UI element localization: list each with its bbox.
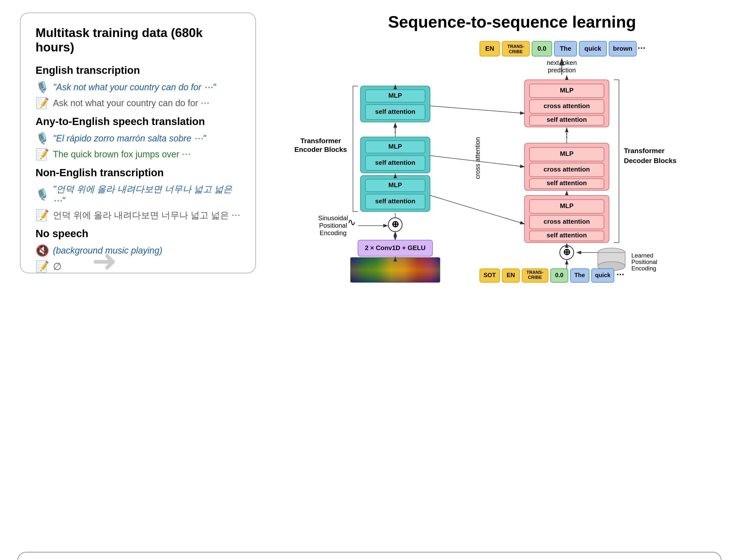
section-english: English transcription 🎙️ "Ask not what y… [35,64,240,110]
svg-text:Sinusoidal: Sinusoidal [318,214,348,222]
seq2seq-title: Sequence-to-sequence learning [276,12,739,31]
no-speech-title: No speech [35,228,240,240]
translation-title: Any-to-English speech translation [35,116,240,128]
svg-text:The: The [560,45,571,52]
svg-text:∿: ∿ [347,217,356,228]
svg-text:⊕: ⊕ [563,247,571,257]
svg-text:Positional: Positional [631,259,657,265]
svg-text:MLP: MLP [389,92,402,99]
svg-rect-103 [350,258,440,282]
english-transcript-text: Ask not what your country can do for ⋯ [53,98,209,108]
svg-text:quick: quick [595,272,611,278]
svg-text:Transformer: Transformer [624,147,664,155]
svg-text:MLP: MLP [560,87,574,94]
svg-text:MLP: MLP [560,150,574,157]
right-panel: Sequence-to-sequence learning EN TRANS- … [276,12,739,273]
svg-text:quick: quick [584,45,601,52]
svg-text:self attention: self attention [375,159,415,166]
svg-text:Positional: Positional [319,222,347,229]
svg-text:⋯: ⋯ [616,270,624,279]
svg-text:self attention: self attention [547,179,587,187]
svg-text:Encoding: Encoding [320,229,346,237]
svg-text:brown: brown [613,45,632,52]
multitask-title: Multitask training data (680k hours) [35,26,240,54]
svg-text:Log-Mel Spectrogram: Log-Mel Spectrogram [364,284,426,285]
svg-text:cross attention: cross attention [544,165,590,173]
svg-text:CRIBE: CRIBE [509,49,523,54]
spanish-audio-text: "El rápido zorro marrón salta sobre ⋯" [53,133,206,144]
svg-text:Decoder Blocks: Decoder Blocks [624,157,677,164]
svg-text:Tokens in Multitask Training F: Tokens in Multitask Training Format [499,284,601,285]
korean-audio-text: "언덕 위에 올라 내려다보면 너무나 넓고 넓은 ⋯" [53,183,240,206]
svg-text:CRIBE: CRIBE [528,275,542,280]
svg-text:0.0: 0.0 [555,272,563,278]
svg-text:MLP: MLP [389,181,402,189]
svg-text:The: The [574,272,585,278]
svg-line-106 [430,106,525,113]
svg-text:0.0: 0.0 [538,45,546,52]
svg-text:cross attention: cross attention [544,102,590,110]
korean-transcript-text: 언덕 위에 올라 내려다보면 너무나 넓고 넓은 ⋯ [53,209,240,222]
svg-text:self attention: self attention [375,108,415,115]
svg-text:SOT: SOT [483,272,496,278]
svg-text:Transformer: Transformer [300,137,341,145]
svg-text:TRANS-: TRANS- [507,44,524,49]
no-speech-empty: ∅ [53,261,62,272]
architecture-diagram: EN TRANS- CRIBE 0.0 The quick brown ⋯ [276,36,739,285]
svg-text:MLP: MLP [389,143,402,150]
svg-text:cross attention: cross attention [474,137,481,179]
english-title: English transcription [35,64,240,76]
svg-text:MLP: MLP [560,202,574,209]
non-english-title: Non-English transcription [35,167,240,179]
section-translation: Any-to-English speech translation 🎙️ "El… [35,116,240,161]
svg-text:Learned: Learned [631,252,653,259]
svg-text:Encoder Blocks: Encoder Blocks [294,146,347,153]
bottom-section: Multitask training format PRE [17,552,722,560]
svg-text:EN: EN [485,45,494,52]
svg-text:TRANS-: TRANS- [527,270,543,275]
svg-text:2 × Conv1D + GELU: 2 × Conv1D + GELU [365,244,426,252]
svg-text:cross attention: cross attention [544,218,590,225]
svg-text:⋯: ⋯ [637,43,645,52]
section-arrow: ➜ [92,244,117,278]
english-audio-text: "Ask not what your country can do for ⋯" [53,82,216,93]
section-no-speech: No speech 🔇 (background music playing) 📝… [35,228,240,273]
english-translation-text: The quick brown fox jumps over ⋯ [53,149,191,160]
left-panel: Multitask training data (680k hours) Eng… [20,12,256,273]
svg-text:self attention: self attention [547,232,587,239]
svg-text:⊕: ⊕ [392,219,399,229]
svg-line-108 [430,195,525,224]
section-non-english: Non-English transcription 🎙️ "언덕 위에 올라 내… [35,167,240,222]
svg-text:self attention: self attention [375,197,415,205]
svg-text:EN: EN [506,272,515,278]
svg-text:self attention: self attention [547,116,587,123]
svg-text:Encoding: Encoding [631,265,656,272]
